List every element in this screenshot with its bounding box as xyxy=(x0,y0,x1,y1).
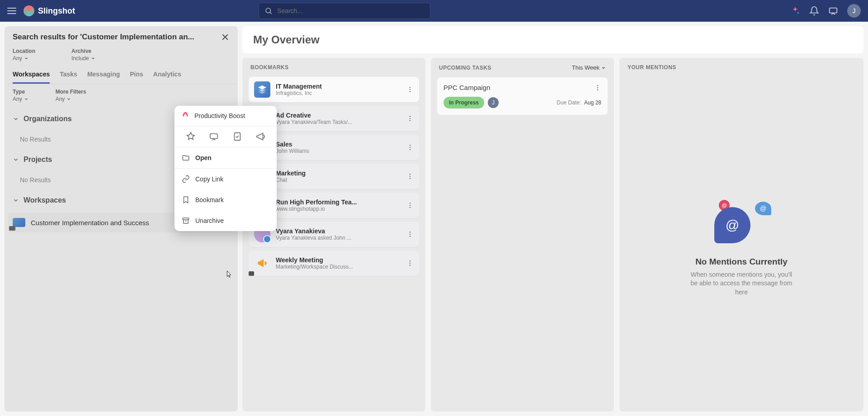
bookmark-title: IT Management xyxy=(276,83,401,90)
bookmark-item[interactable]: IT ManagementInfragistics, Inc xyxy=(249,77,419,102)
bookmark-icon xyxy=(254,255,270,271)
svg-point-25 xyxy=(410,205,411,206)
filter-type-label: Type xyxy=(13,89,28,95)
context-copy-link[interactable]: Copy Link xyxy=(175,169,277,189)
context-menu-title: Productivity Boost xyxy=(194,112,245,119)
svg-point-31 xyxy=(410,263,411,264)
filter-more-value[interactable]: Any xyxy=(56,96,86,102)
bookmark-subtitle: Infragistics, Inc xyxy=(276,90,401,96)
brand-logo[interactable]: Slingshot xyxy=(24,5,75,16)
svg-point-20 xyxy=(410,149,411,150)
archive-icon xyxy=(182,217,190,225)
more-icon[interactable] xyxy=(406,115,414,122)
global-search[interactable] xyxy=(259,3,430,19)
svg-point-10 xyxy=(410,91,411,92)
filter-row-secondary: Type Any More Filters Any xyxy=(8,84,234,109)
svg-point-24 xyxy=(410,203,411,204)
chevron-down-icon xyxy=(24,97,28,101)
app-header: Slingshot J xyxy=(0,0,868,22)
bookmark-title: Vyara Yanakieva xyxy=(276,227,401,235)
tab-tasks[interactable]: Tasks xyxy=(60,67,77,84)
svg-point-19 xyxy=(410,147,411,148)
hamburger-menu[interactable] xyxy=(7,8,16,14)
svg-point-8 xyxy=(410,87,411,88)
chevron-down-icon xyxy=(91,56,95,61)
search-input[interactable] xyxy=(277,7,425,14)
chat-icon[interactable] xyxy=(828,6,838,16)
context-menu-popup: Productivity Boost Open Copy Link Bookma… xyxy=(175,106,277,231)
more-icon[interactable] xyxy=(406,144,414,151)
message-icon[interactable] xyxy=(209,132,219,142)
bookmark-item[interactable]: Weekly MeetingMarketing/Workspace Discus… xyxy=(249,251,419,276)
bookmarks-title: BOOKMARKS xyxy=(250,64,289,71)
svg-point-30 xyxy=(410,260,411,262)
svg-point-35 xyxy=(597,89,599,90)
mentions-empty-title: No Mentions Currently xyxy=(695,257,788,267)
context-quick-actions xyxy=(175,126,277,147)
more-icon[interactable] xyxy=(406,260,414,267)
at-bubble-small-blue: @ xyxy=(755,202,771,215)
filter-row-primary: Location Any Archive Include xyxy=(8,46,234,67)
more-icon[interactable] xyxy=(406,231,414,238)
bell-icon[interactable] xyxy=(809,6,819,16)
search-tabs: Workspaces Tasks Messaging Pins Analytic… xyxy=(8,67,234,84)
tab-messaging[interactable]: Messaging xyxy=(87,67,120,84)
context-unarchive[interactable]: Unarchive xyxy=(175,210,277,231)
tab-analytics[interactable]: Analytics xyxy=(153,67,181,84)
chevron-down-icon xyxy=(13,116,19,122)
announce-icon[interactable] xyxy=(255,132,265,142)
svg-point-13 xyxy=(410,118,411,119)
bookmark-subtitle: Marketing/Workspace Discuss... xyxy=(276,264,401,270)
mentions-illustration: @ @ @ xyxy=(710,198,773,248)
bookmark-subtitle: John Williams xyxy=(276,148,401,154)
svg-point-26 xyxy=(410,207,411,208)
upcoming-title: UPCOMING TASKS xyxy=(439,65,491,71)
archive-badge-icon xyxy=(249,271,254,276)
more-icon[interactable] xyxy=(406,173,414,180)
archive-badge-icon xyxy=(9,226,15,231)
svg-point-34 xyxy=(597,87,599,88)
svg-point-33 xyxy=(597,85,599,86)
context-open[interactable]: Open xyxy=(175,147,277,168)
bookmark-subtitle: Vyara Yanakieva asked John ... xyxy=(276,235,401,241)
mentions-empty-state: @ @ @ No Mentions Currently When someone… xyxy=(626,77,857,416)
more-icon[interactable] xyxy=(594,84,601,91)
bookmark-title: Weekly Meeting xyxy=(276,256,401,264)
svg-rect-37 xyxy=(210,134,218,139)
chevron-down-icon xyxy=(601,66,606,70)
filter-location-value[interactable]: Any xyxy=(13,55,35,61)
mentions-empty-desc: When someone mentions you, you'll be abl… xyxy=(687,270,796,297)
svg-point-28 xyxy=(410,234,411,235)
filter-location-label: Location xyxy=(13,48,35,54)
filter-archive-value[interactable]: Include xyxy=(71,55,95,61)
close-icon[interactable] xyxy=(221,33,230,42)
svg-point-27 xyxy=(410,232,411,233)
search-results-title: Search results for 'Customer Implementat… xyxy=(13,33,194,42)
pin-icon[interactable] xyxy=(186,132,196,142)
upcoming-column: UPCOMING TASKS This Week PPC Campaign In… xyxy=(431,58,614,411)
task-card[interactable]: PPC Campaign In Progress J Due Date: Aug… xyxy=(437,77,608,115)
more-icon[interactable] xyxy=(406,86,414,93)
svg-point-9 xyxy=(410,89,411,90)
chevron-down-icon xyxy=(24,56,28,61)
ai-sparkle-icon[interactable] xyxy=(790,6,800,16)
bookmark-icon xyxy=(254,81,270,98)
filter-more-label: More Filters xyxy=(56,89,86,95)
context-bookmark[interactable]: Bookmark xyxy=(175,189,277,210)
assignee-avatar: J xyxy=(488,97,499,108)
upcoming-filter[interactable]: This Week xyxy=(572,64,606,71)
bookmark-title: Marketing xyxy=(276,170,401,177)
more-icon[interactable] xyxy=(406,202,414,209)
svg-point-32 xyxy=(410,265,411,266)
tab-pins[interactable]: Pins xyxy=(130,67,143,84)
page-title: My Overview xyxy=(253,33,853,46)
task-icon[interactable] xyxy=(232,132,242,142)
svg-point-23 xyxy=(410,178,411,179)
bookmark-subtitle: www.slingshotapp.io xyxy=(276,206,401,212)
bookmark-title: Ad Creative xyxy=(276,112,401,119)
filter-type-value[interactable]: Any xyxy=(13,96,28,102)
user-avatar[interactable]: J xyxy=(847,4,861,18)
header-actions: J xyxy=(790,4,861,18)
search-icon xyxy=(264,7,273,15)
tab-workspaces[interactable]: Workspaces xyxy=(13,67,50,84)
